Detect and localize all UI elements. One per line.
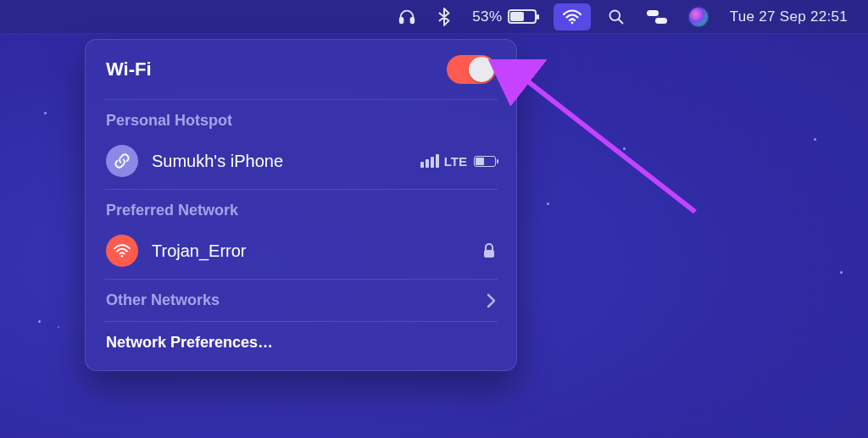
divider (104, 279, 498, 280)
svg-rect-5 (484, 250, 494, 258)
svg-point-2 (570, 21, 573, 24)
network-preferences-label: Network Preferences… (106, 334, 273, 352)
bluetooth-icon[interactable] (433, 0, 455, 33)
control-center-icon[interactable] (642, 0, 672, 33)
divider (104, 189, 498, 190)
battery-fill (510, 12, 524, 21)
battery-status[interactable]: 53% (467, 0, 542, 33)
hotspot-name: Sumukh's iPhone (152, 152, 420, 171)
battery-icon (508, 9, 537, 24)
wifi-title: Wi-Fi (106, 58, 447, 80)
svg-point-4 (121, 255, 123, 257)
preferred-network-label: Preferred Network (86, 193, 516, 226)
wifi-toggle[interactable] (447, 55, 496, 84)
battery-percent-label: 53% (472, 8, 503, 25)
wifi-menubar-icon[interactable] (554, 3, 591, 30)
lock-icon (482, 243, 496, 258)
cell-type-label: LTE (444, 154, 467, 169)
siri-icon[interactable] (684, 0, 713, 33)
audio-output-icon[interactable] (392, 0, 421, 33)
spotlight-search-icon[interactable] (603, 0, 630, 33)
divider (104, 99, 498, 100)
svg-rect-1 (411, 17, 415, 22)
preferred-network-name: Trojan_Error (152, 241, 482, 261)
menubar-clock[interactable]: Tue 27 Sep 22:51 (725, 0, 853, 33)
wifi-header-row: Wi-Fi (86, 52, 516, 96)
chevron-right-icon (486, 293, 496, 308)
other-networks-label: Other Networks (106, 291, 486, 309)
wifi-network-icon (106, 235, 138, 267)
other-networks-row[interactable]: Other Networks (86, 283, 516, 318)
wifi-toggle-knob (469, 57, 494, 82)
network-preferences-row[interactable]: Network Preferences… (86, 325, 516, 360)
preferred-network-row[interactable]: Trojan_Error (86, 226, 516, 275)
wifi-dropdown-panel: Wi-Fi Personal Hotspot Sumukh's iPhone L… (85, 39, 517, 371)
hotspot-battery-icon (474, 156, 496, 167)
svg-line-6 (521, 76, 695, 212)
svg-rect-0 (400, 17, 403, 22)
personal-hotspot-label: Personal Hotspot (86, 103, 516, 136)
cell-signal-icon (420, 154, 439, 168)
hotspot-row[interactable]: Sumukh's iPhone LTE (86, 136, 516, 186)
hotspot-link-icon (106, 145, 138, 177)
menubar: 53% Tue 27 Sep 22:51 (0, 0, 868, 34)
divider (104, 321, 498, 322)
